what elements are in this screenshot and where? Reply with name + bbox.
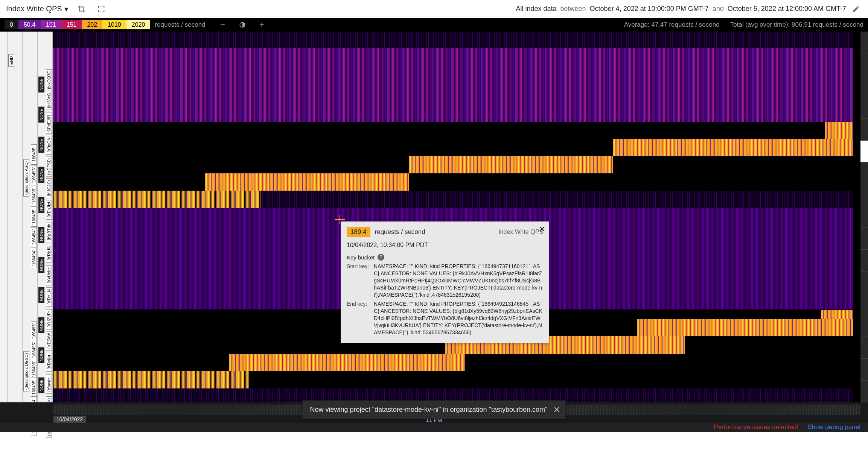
axis-group-label: `166494` [31,227,37,247]
heatmap-row[interactable] [53,354,853,371]
date-chip: 10/04/2022 [53,416,86,423]
scroll-mark [860,337,868,359]
axis-none-label: NONE [38,197,44,213]
axis-value-label: {b'ESkW [46,331,52,350]
heatmap-band [53,191,261,208]
heatmap-row[interactable] [53,122,853,139]
tooltip-timestamp: 10/04/2022, 10:34:00 PM PDT [347,242,543,249]
axis-value-label: {b'DFSEt [46,156,52,177]
axis-group-label: `166494` [31,248,37,268]
heatmap-row[interactable] [53,48,853,122]
axis-strip-groups: `166495``166495``166495``166495``166494`… [30,32,38,432]
heatmap-row[interactable] [53,371,853,388]
axis-group-label: `166495` [31,206,37,227]
heatmap-row[interactable] [53,191,853,208]
avg-stat: Average: 47.47 requests / second [624,21,720,29]
swatch-0: 0 [5,20,18,29]
scroll-mark [860,53,868,75]
metric-title: Index Write QPS [6,5,62,13]
axis-none-label: NONE [38,378,44,393]
zoom-out-icon[interactable]: − [217,19,229,31]
axis-value-label: {b'DYLN [46,287,52,306]
swatch-5: 1010 [102,20,126,29]
edit-range-icon[interactable] [850,3,862,15]
heatmap-area: kind END {description: ASC} {description… [0,32,868,432]
axis-none-label: NONE [38,107,44,123]
range-between: between [560,5,586,13]
right-scroll-indicator[interactable] [860,32,868,432]
zoom-in-icon[interactable]: + [256,19,268,31]
axis-none-label: NONE [38,77,44,93]
axis-value-label: {b'9pQNl [46,135,52,155]
axis-strip-2: END [8,32,15,432]
axis-value-label: {b'Dvjlur [46,353,52,372]
heatmap-band [229,354,465,371]
total-stat: Total (avg over time): 806.91 requests /… [730,21,863,29]
range-start: October 4, 2022 at 10:00:00 PM GMT-7 [590,5,709,13]
tooltip-value: 189.4 [347,227,370,237]
axis-none-label: NONE [38,227,44,243]
tooltip: ✕ 189.4 requests / second Index Write QP… [341,221,549,343]
scroll-mark [860,97,868,119]
axis-group-label: `166495` [31,144,37,165]
axis-label-desc-desc: {description: DESC} [23,351,29,391]
tooltip-keybucket-label: Key bucket [347,254,375,261]
heatmap-band [205,173,409,191]
heatmap-band [53,48,853,122]
axis-value-label: {b'RkJ0/ [46,244,52,262]
time-range-display: All index data between October 4, 2022 a… [516,3,862,15]
heatmap-row[interactable] [53,173,853,191]
crop-icon[interactable] [76,3,88,15]
topbar: Index Write QPS ▾ All index data between… [0,0,868,18]
scroll-mark [860,32,868,53]
scroll-mark [860,359,868,381]
heatmap-row[interactable] [53,32,853,48]
help-icon[interactable]: ? [378,254,384,261]
legend-units: requests / second [155,21,205,29]
heatmap-band [53,371,249,388]
axis-value-label: SPdEJ8'} [46,113,52,134]
legend-bar: 0 50.4 101 151 202 1010 2020 requests / … [0,18,868,32]
scroll-mark [860,162,868,184]
debug-panel-link[interactable]: Show debug panel [807,423,860,431]
toast-text: Now viewing project "datastore-mode-kv-n… [310,406,548,414]
axis-none-label: NONE [38,167,44,183]
fullscreen-icon[interactable] [95,3,107,15]
axis-group-label: `166495` [31,378,37,398]
metric-dropdown[interactable]: Index Write QPS ▾ [6,5,68,14]
axis-value-label: {b'l39cG [46,91,52,110]
brightness-icon[interactable] [236,19,248,31]
heatmap-row[interactable] [53,156,853,173]
axis-group-label: `166495` [31,340,37,360]
startkey-value: NAMESPACE: "" KIND: kind PROPERTIES: {`1… [374,263,543,298]
scroll-mark [860,206,868,228]
axis-value-label: {b'EnJIzl [46,200,52,220]
axis-none-label: NONE [38,137,44,153]
scroll-mark [860,293,868,315]
axis-strip-4: {description: ASC} {description: DESC} [23,32,30,432]
tooltip-metric: Index Write QPS [498,229,543,235]
heatmap-row[interactable] [53,139,853,156]
scroll-mark [860,75,868,97]
axis-group-label: `166495` [31,165,37,185]
close-icon[interactable]: ✕ [539,224,545,234]
axis-none-label: NONE [38,257,44,273]
range-and: and [713,5,724,13]
heatmap-band [821,310,853,319]
axis-none-label: NONE [38,347,44,363]
heatmap-band [409,156,613,173]
heatmap-band [613,139,853,156]
axis-value-label: {b'xOQ3E [46,69,52,91]
axis-strip-3 [15,32,23,432]
axis-strip-values: {b'xOQ3E{b'l39cGSPdEJ8'}{b'9pQNl{b'DFSEt… [45,32,53,432]
close-icon[interactable]: ✕ [553,405,560,415]
axis-group-label: `166495` [31,321,37,341]
swatch-4: 202 [82,20,102,29]
tooltip-units: requests / second [375,228,425,236]
heatmap-canvas[interactable]: ✕ 189.4 requests / second Index Write QP… [53,32,860,432]
axis-none-label: NONE [38,287,44,303]
axis-group-label: `166495` [31,186,37,206]
chevron-down-icon: ▾ [64,5,68,14]
axis-label-end: END [8,54,14,67]
heatmap-band [825,122,853,139]
